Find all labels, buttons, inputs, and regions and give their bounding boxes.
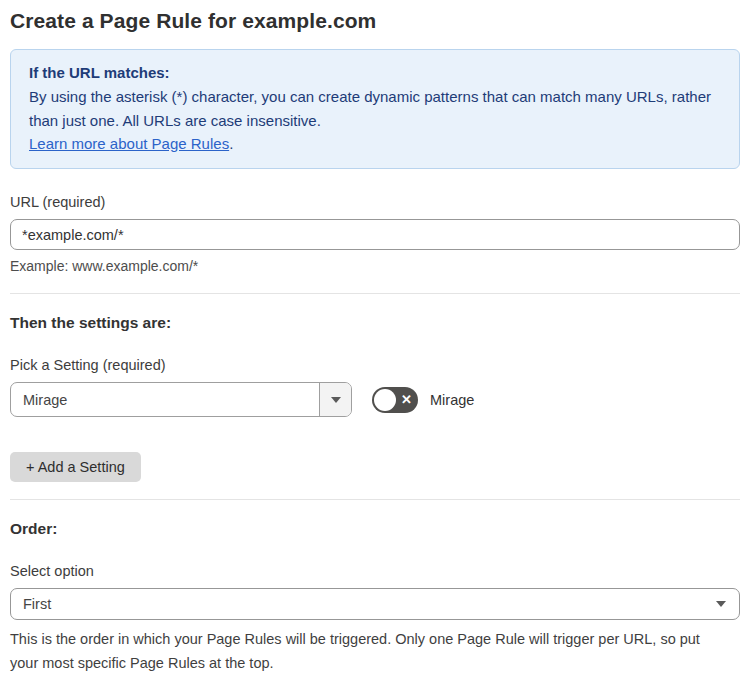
divider	[10, 499, 740, 500]
setting-select-value: Mirage	[11, 383, 319, 416]
page-rule-form: Create a Page Rule for example.com If th…	[0, 0, 750, 684]
url-field-label: URL (required)	[10, 194, 740, 210]
info-box-body: By using the asterisk (*) character, you…	[29, 85, 721, 132]
order-select-value: First	[23, 596, 51, 612]
pick-setting-label: Pick a Setting (required)	[10, 357, 740, 373]
settings-section-heading: Then the settings are:	[10, 314, 740, 332]
chevron-down-icon	[716, 601, 726, 607]
order-help-text: This is the order in which your Page Rul…	[10, 628, 730, 676]
setting-row: Mirage ✕ Mirage	[10, 382, 740, 417]
info-link-line: Learn more about Page Rules.	[29, 132, 721, 155]
link-suffix: .	[229, 135, 233, 152]
url-example-hint: Example: www.example.com/*	[10, 258, 740, 274]
chevron-down-icon	[331, 397, 341, 403]
learn-more-link[interactable]: Learn more about Page Rules	[29, 135, 229, 152]
url-input[interactable]	[10, 219, 740, 250]
url-match-info-box: If the URL matches: By using the asteris…	[10, 49, 740, 169]
x-icon: ✕	[401, 393, 412, 406]
order-select[interactable]: First	[10, 588, 740, 620]
mirage-toggle[interactable]: ✕	[372, 387, 418, 413]
page-title: Create a Page Rule for example.com	[10, 0, 740, 33]
order-section-heading: Order:	[10, 520, 740, 538]
toggle-knob	[374, 389, 396, 411]
info-box-heading: If the URL matches:	[29, 61, 721, 84]
toggle-label: Mirage	[430, 392, 474, 408]
setting-select-arrow-button[interactable]	[319, 383, 351, 416]
add-setting-button[interactable]: + Add a Setting	[10, 452, 141, 482]
setting-select[interactable]: Mirage	[10, 382, 352, 417]
divider	[10, 293, 740, 294]
order-select-label: Select option	[10, 563, 740, 579]
